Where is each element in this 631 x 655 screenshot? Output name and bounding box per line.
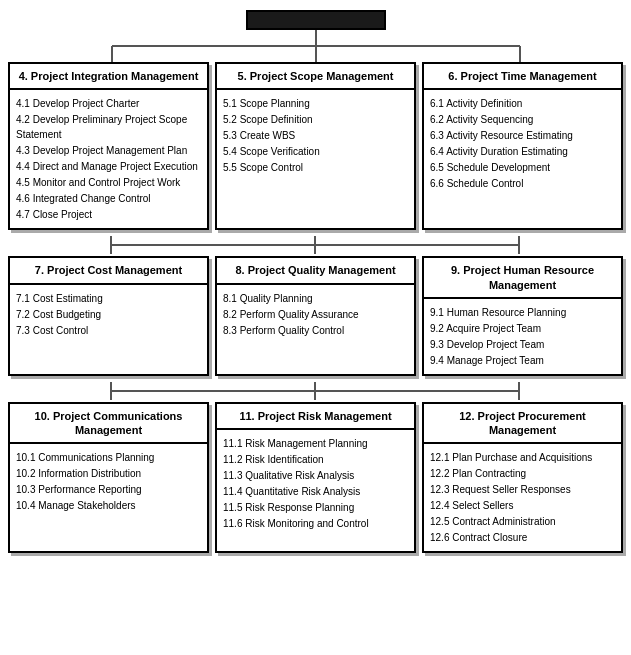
list-item: 12.3 Request Seller Responses <box>430 482 615 497</box>
list-item: 5.4 Scope Verification <box>223 144 408 159</box>
card-body-row3-col2: 11.1 Risk Management Planning11.2 Risk I… <box>217 430 414 537</box>
list-item: 4.2 Develop Preliminary Project Scope St… <box>16 112 201 142</box>
card-row3-col2: 11. Project Risk Management11.1 Risk Man… <box>215 402 416 554</box>
list-item: 4.5 Monitor and Control Project Work <box>16 175 201 190</box>
card-row3-col1: 10. Project Communications Management10.… <box>8 402 209 554</box>
list-item: 6.3 Activity Resource Estimating <box>430 128 615 143</box>
list-item: 12.5 Contract Administration <box>430 514 615 529</box>
list-item: 10.1 Communications Planning <box>16 450 201 465</box>
list-item: 4.7 Close Project <box>16 207 201 222</box>
card-header-row2-col2: 8. Project Quality Management <box>217 258 414 284</box>
card-header-row2-col3: 9. Project Human Resource Management <box>424 258 621 299</box>
card-header-row1-col1: 4. Project Integration Management <box>10 64 207 90</box>
card-row3-col3: 12. Project Procurement Management12.1 P… <box>422 402 623 554</box>
card-header-row1-col3: 6. Project Time Management <box>424 64 621 90</box>
row-3: 10. Project Communications Management10.… <box>8 402 623 554</box>
list-item: 6.2 Activity Sequencing <box>430 112 615 127</box>
top-section <box>8 10 623 62</box>
card-header-row3-col1: 10. Project Communications Management <box>10 404 207 445</box>
list-item: 8.2 Perform Quality Assurance <box>223 307 408 322</box>
card-body-row2-col2: 8.1 Quality Planning8.2 Perform Quality … <box>217 285 414 344</box>
list-item: 11.3 Qualitative Risk Analysis <box>223 468 408 483</box>
list-item: 7.2 Cost Budgeting <box>16 307 201 322</box>
list-item: 11.5 Risk Response Planning <box>223 500 408 515</box>
list-item: 12.2 Plan Contracting <box>430 466 615 481</box>
list-item: 10.3 Performance Reporting <box>16 482 201 497</box>
card-body-row1-col3: 6.1 Activity Definition6.2 Activity Sequ… <box>424 90 621 197</box>
root-node <box>246 10 386 30</box>
list-item: 4.4 Direct and Manage Project Execution <box>16 159 201 174</box>
card-row1-col3: 6. Project Time Management6.1 Activity D… <box>422 62 623 230</box>
card-body-row3-col1: 10.1 Communications Planning10.2 Informa… <box>10 444 207 519</box>
row-2: 7. Project Cost Management7.1 Cost Estim… <box>8 256 623 376</box>
card-body-row3-col3: 12.1 Plan Purchase and Acquisitions12.2 … <box>424 444 621 551</box>
list-item: 11.4 Quantitative Risk Analysis <box>223 484 408 499</box>
list-item: 12.6 Contract Closure <box>430 530 615 545</box>
list-item: 12.1 Plan Purchase and Acquisitions <box>430 450 615 465</box>
list-item: 5.1 Scope Planning <box>223 96 408 111</box>
list-item: 7.1 Cost Estimating <box>16 291 201 306</box>
card-body-row2-col3: 9.1 Human Resource Planning9.2 Acquire P… <box>424 299 621 374</box>
card-row2-col1: 7. Project Cost Management7.1 Cost Estim… <box>8 256 209 376</box>
card-row2-col2: 8. Project Quality Management8.1 Quality… <box>215 256 416 376</box>
list-item: 11.1 Risk Management Planning <box>223 436 408 451</box>
list-item: 5.5 Scope Control <box>223 160 408 175</box>
row-1: 4. Project Integration Management4.1 Dev… <box>8 62 623 230</box>
list-item: 10.4 Manage Stakeholders <box>16 498 201 513</box>
list-item: 10.2 Information Distribution <box>16 466 201 481</box>
list-item: 12.4 Select Sellers <box>430 498 615 513</box>
list-item: 8.1 Quality Planning <box>223 291 408 306</box>
card-body-row2-col1: 7.1 Cost Estimating7.2 Cost Budgeting7.3… <box>10 285 207 344</box>
list-item: 5.2 Scope Definition <box>223 112 408 127</box>
card-header-row2-col1: 7. Project Cost Management <box>10 258 207 284</box>
top-connector-svg <box>9 30 623 62</box>
card-row1-col1: 4. Project Integration Management4.1 Dev… <box>8 62 209 230</box>
list-item: 9.4 Manage Project Team <box>430 353 615 368</box>
card-row2-col3: 9. Project Human Resource Management9.1 … <box>422 256 623 376</box>
card-header-row3-col2: 11. Project Risk Management <box>217 404 414 430</box>
list-item: 4.1 Develop Project Charter <box>16 96 201 111</box>
list-item: 8.3 Perform Quality Control <box>223 323 408 338</box>
diagram-container: 4. Project Integration Management4.1 Dev… <box>0 0 631 569</box>
card-header-row1-col2: 5. Project Scope Management <box>217 64 414 90</box>
list-item: 9.1 Human Resource Planning <box>430 305 615 320</box>
list-item: 4.6 Integrated Change Control <box>16 191 201 206</box>
list-item: 9.3 Develop Project Team <box>430 337 615 352</box>
list-item: 6.6 Schedule Control <box>430 176 615 191</box>
list-item: 6.1 Activity Definition <box>430 96 615 111</box>
row23-connector <box>8 382 622 400</box>
list-item: 9.2 Acquire Project Team <box>430 321 615 336</box>
card-body-row1-col2: 5.1 Scope Planning5.2 Scope Definition5.… <box>217 90 414 181</box>
list-item: 4.3 Develop Project Management Plan <box>16 143 201 158</box>
list-item: 5.3 Create WBS <box>223 128 408 143</box>
row12-connector <box>8 236 622 254</box>
list-item: 6.4 Activity Duration Estimating <box>430 144 615 159</box>
list-item: 7.3 Cost Control <box>16 323 201 338</box>
list-item: 11.6 Risk Monitoring and Control <box>223 516 408 531</box>
list-item: 6.5 Schedule Development <box>430 160 615 175</box>
card-header-row3-col3: 12. Project Procurement Management <box>424 404 621 445</box>
card-body-row1-col1: 4.1 Develop Project Charter4.2 Develop P… <box>10 90 207 228</box>
card-row1-col2: 5. Project Scope Management5.1 Scope Pla… <box>215 62 416 230</box>
list-item: 11.2 Risk Identification <box>223 452 408 467</box>
